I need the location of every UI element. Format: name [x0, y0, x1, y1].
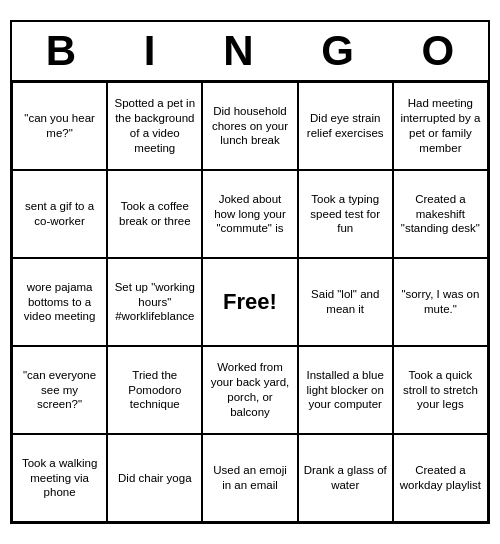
bingo-cell-24[interactable]: Created a workday playlist [393, 434, 488, 522]
letter-i: I [144, 30, 156, 72]
bingo-cell-12[interactable]: Free! [202, 258, 297, 346]
bingo-cell-5[interactable]: sent a gif to a co-worker [12, 170, 107, 258]
bingo-cell-21[interactable]: Did chair yoga [107, 434, 202, 522]
bingo-cell-3[interactable]: Did eye strain relief exercises [298, 82, 393, 170]
letter-n: N [223, 30, 253, 72]
bingo-cell-0[interactable]: "can you hear me?" [12, 82, 107, 170]
bingo-cell-22[interactable]: Used an emoji in an email [202, 434, 297, 522]
bingo-cell-9[interactable]: Created a makeshift "standing desk" [393, 170, 488, 258]
bingo-card: B I N G O "can you hear me?"Spotted a pe… [10, 20, 490, 524]
bingo-cell-20[interactable]: Took a walking meeting via phone [12, 434, 107, 522]
letter-b: B [46, 30, 76, 72]
bingo-cell-14[interactable]: "sorry, I was on mute." [393, 258, 488, 346]
bingo-cell-11[interactable]: Set up "working hours" #worklifeblance [107, 258, 202, 346]
bingo-cell-2[interactable]: Did household chores on your lunch break [202, 82, 297, 170]
bingo-cell-16[interactable]: Tried the Pomodoro technique [107, 346, 202, 434]
bingo-cell-10[interactable]: wore pajama bottoms to a video meeting [12, 258, 107, 346]
bingo-cell-8[interactable]: Took a typing speed test for fun [298, 170, 393, 258]
bingo-cell-4[interactable]: Had meeting interrupted by a pet or fami… [393, 82, 488, 170]
bingo-cell-19[interactable]: Took a quick stroll to stretch your legs [393, 346, 488, 434]
bingo-cell-13[interactable]: Said "lol" and mean it [298, 258, 393, 346]
bingo-cell-17[interactable]: Worked from your back yard, porch, or ba… [202, 346, 297, 434]
bingo-grid: "can you hear me?"Spotted a pet in the b… [12, 82, 488, 522]
bingo-cell-7[interactable]: Joked about how long your "commute" is [202, 170, 297, 258]
bingo-cell-1[interactable]: Spotted a pet in the background of a vid… [107, 82, 202, 170]
bingo-cell-6[interactable]: Took a coffee break or three [107, 170, 202, 258]
bingo-cell-15[interactable]: "can everyone see my screen?" [12, 346, 107, 434]
letter-g: G [321, 30, 354, 72]
bingo-cell-18[interactable]: Installed a blue light blocker on your c… [298, 346, 393, 434]
letter-o: O [421, 30, 454, 72]
bingo-header: B I N G O [12, 22, 488, 82]
bingo-cell-23[interactable]: Drank a glass of water [298, 434, 393, 522]
